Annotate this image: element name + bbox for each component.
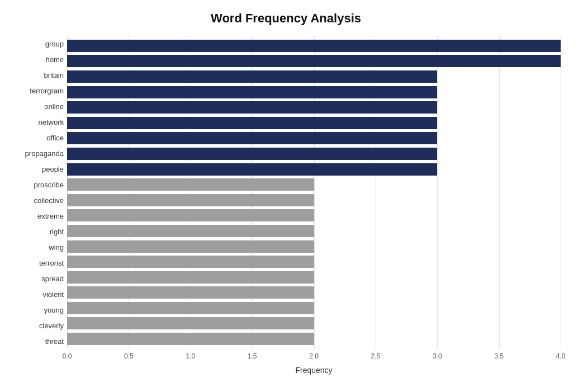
x-tick: 1.0 [186,352,195,360]
chart-area: grouphomebritainterrorgramonlinenetworko… [11,36,561,338]
y-label: online [44,98,64,114]
bar [67,132,437,144]
chart-title: Word Frequency Analysis [11,11,561,26]
bar-row [67,69,561,84]
chart-container: Word Frequency Analysis grouphomebritain… [0,0,583,392]
bar-row [67,193,561,207]
x-tick: 4.0 [556,352,566,360]
y-label: people [42,161,64,177]
y-label: home [45,51,64,67]
bar [67,271,314,284]
y-label: terrorgram [30,83,64,98]
bar [67,194,314,206]
y-label: young [44,302,64,318]
plot-area: grouphomebritainterrorgramonlinenetworko… [11,36,561,349]
y-label: network [38,114,64,130]
y-label: wing [49,239,64,255]
bar [67,240,314,253]
bar [67,209,314,221]
x-axis-label: Frequency [11,366,561,375]
bar [67,286,314,299]
bar [67,317,314,329]
x-tick: 3.5 [494,352,504,360]
x-axis: 0.00.51.01.52.02.53.03.54.0 [11,352,561,363]
x-tick: 0.5 [124,352,134,360]
bar-row [67,162,561,177]
bar [67,256,314,268]
bar-row [67,85,561,100]
x-tick: 0.0 [63,352,72,360]
bar-row [67,270,561,285]
y-label: propaganda [25,145,64,161]
y-labels: grouphomebritainterrorgramonlinenetworko… [11,36,67,349]
x-tick: 2.0 [309,352,319,360]
bar [67,40,561,52]
bar-row [67,254,561,269]
y-label: terrorist [39,255,64,271]
bar-row [67,239,561,254]
y-label: right [50,224,64,239]
y-label: extreme [37,208,64,224]
y-label: threat [45,333,64,349]
bar [67,225,314,237]
bar-row [67,39,561,53]
bar-row [67,147,561,161]
x-tick: 2.5 [371,352,381,360]
x-tick: 3.0 [433,352,442,360]
bar-row [67,116,561,130]
bar [67,70,437,83]
bar-row [67,301,561,315]
bar [67,117,437,129]
y-label: cleverly [39,318,64,333]
y-label: office [46,130,64,145]
bar [67,86,437,98]
bar [67,302,314,314]
bar-row [67,332,561,346]
bar-row [67,177,561,192]
bars-container [67,36,561,349]
bar [67,163,437,176]
bar [67,148,437,160]
bar-row [67,285,561,300]
bar [67,55,561,67]
bar-row [67,316,561,330]
y-label: spread [41,271,64,286]
y-label: group [45,36,64,51]
y-label: violent [42,286,64,302]
bar-row [67,131,561,145]
bar [67,178,314,191]
bar-row [67,208,561,223]
grid-line [561,36,561,349]
bar-row [67,224,561,238]
y-label: collective [34,192,64,208]
bar [67,101,437,114]
bar-row [67,54,561,68]
x-tick: 1.5 [248,352,257,360]
y-label: britain [44,67,64,83]
bars-and-grid [67,36,561,349]
bar [67,333,314,345]
y-label: proscribe [34,177,64,192]
bar-row [67,100,561,115]
